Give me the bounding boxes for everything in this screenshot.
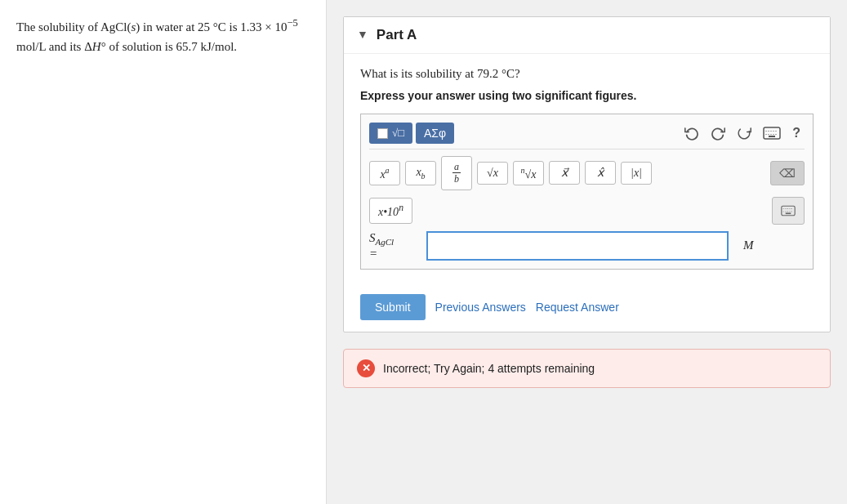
part-title: Part A	[377, 27, 417, 43]
answer-input[interactable]	[426, 231, 729, 261]
formula-button[interactable]: √□	[369, 123, 412, 144]
redo-icon	[711, 126, 725, 140]
subscript-button[interactable]: xb	[405, 161, 436, 185]
hat-button[interactable]: x̂	[585, 161, 616, 185]
on-screen-keyboard-button[interactable]	[772, 197, 805, 225]
part-body: What is its solubility at 79.2 °C? Expre…	[344, 54, 830, 294]
instruction-text: Express your answer using two significan…	[360, 89, 814, 102]
question-text: What is its solubility at 79.2 °C?	[360, 67, 814, 81]
unit-label: M	[743, 239, 754, 252]
math-editor: √□ AΣφ	[360, 114, 814, 270]
submit-button[interactable]: Submit	[360, 294, 426, 320]
superscript-button[interactable]: xa	[369, 161, 400, 186]
fraction-button[interactable]: a b	[441, 156, 472, 190]
abs-button[interactable]: |x|	[621, 162, 652, 185]
keyboard-toggle-button[interactable]	[759, 124, 785, 142]
refresh-icon	[737, 126, 751, 140]
answer-label: SAgCl=	[369, 231, 418, 261]
greek-btn-label: AΣφ	[424, 127, 446, 140]
incorrect-banner: ✕ Incorrect; Try Again; 4 attempts remai…	[343, 349, 831, 388]
collapse-arrow[interactable]: ▼	[357, 29, 368, 42]
undo-icon	[684, 126, 699, 140]
keyboard-large-icon	[781, 204, 796, 217]
help-button[interactable]: ?	[788, 123, 805, 143]
toolbar-row2: xa xb a b √x n√x	[369, 156, 805, 190]
scientific-notation-button[interactable]: x•10n	[369, 198, 412, 224]
problem-text: The solubility of AgCl(s) in water at 25…	[16, 15, 310, 56]
greek-button[interactable]: AΣφ	[416, 123, 454, 144]
answer-row: SAgCl= M	[369, 231, 805, 261]
backspace-button[interactable]: ⌫	[770, 161, 805, 185]
request-answer-link[interactable]: Request Answer	[536, 301, 619, 314]
right-panel: ▼ Part A What is its solubility at 79.2 …	[327, 0, 847, 504]
formula-btn-label: √□	[392, 127, 404, 140]
sqrt-button[interactable]: √x	[477, 162, 508, 185]
nthroot-button[interactable]: n√x	[513, 161, 544, 186]
incorrect-icon: ✕	[357, 359, 375, 377]
previous-answers-link[interactable]: Previous Answers	[435, 301, 526, 314]
undo-button[interactable]	[680, 123, 703, 143]
redo-button[interactable]	[707, 123, 729, 143]
formula-box-icon	[377, 128, 388, 139]
action-row: Submit Previous Answers Request Answer	[344, 294, 830, 332]
keyboard-icon	[763, 127, 781, 140]
problem-statement: The solubility of AgCl(s) in water at 25…	[0, 0, 327, 504]
toolbar-row1: √□ AΣφ	[369, 123, 805, 149]
refresh-button[interactable]	[733, 123, 756, 143]
help-icon: ?	[792, 126, 800, 140]
part-a-section: ▼ Part A What is its solubility at 79.2 …	[343, 16, 831, 332]
feedback-message: Incorrect; Try Again; 4 attempts remaini…	[383, 362, 595, 375]
vector-button[interactable]: x⃗	[549, 161, 580, 185]
part-header: ▼ Part A	[344, 17, 830, 54]
